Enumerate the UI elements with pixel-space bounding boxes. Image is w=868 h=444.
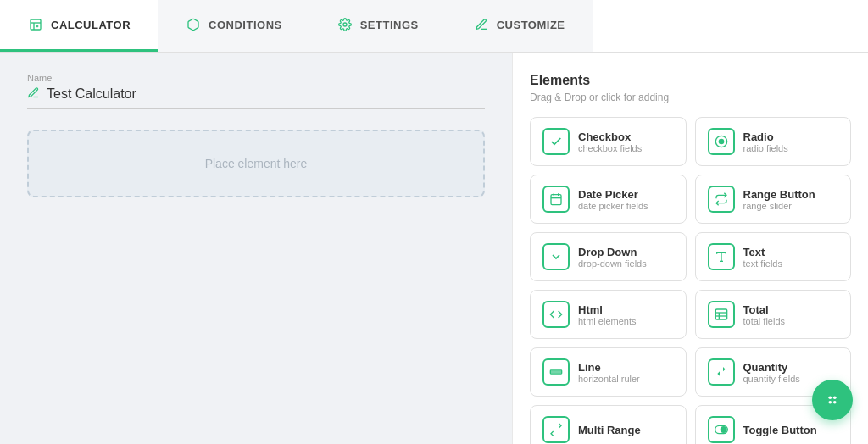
customize-icon — [473, 16, 490, 33]
conditions-icon — [185, 16, 202, 33]
tab-customize-label: CUSTOMIZE — [497, 19, 565, 31]
text-title: Text — [743, 246, 782, 258]
date-picker-subtitle: date picker fields — [578, 201, 648, 211]
name-label: Name — [27, 73, 485, 83]
checkbox-icon — [542, 128, 570, 155]
tab-calculator-label: CALCULATOR — [51, 19, 131, 31]
main-container: CALCULATOR CONDITIONS SETTINGS — [0, 0, 868, 444]
radio-subtitle: radio fields — [743, 143, 788, 153]
date-picker-icon — [542, 186, 570, 213]
tab-settings[interactable]: SETTINGS — [309, 0, 446, 52]
drop-down-subtitle: drop-down fields — [578, 258, 647, 269]
svg-rect-0 — [31, 19, 41, 30]
multi-range-icon — [542, 416, 570, 443]
top-nav: CALCULATOR CONDITIONS SETTINGS — [0, 0, 868, 53]
fab-icon — [823, 391, 842, 409]
html-subtitle: html elements — [578, 316, 636, 326]
radio-icon — [708, 128, 735, 155]
date-picker-title: Date Picker — [578, 188, 648, 201]
edit-icon — [27, 86, 40, 102]
total-title: Total — [743, 303, 786, 316]
settings-icon — [337, 16, 353, 33]
element-card-date-picker[interactable]: Date Picker date picker fields — [530, 175, 687, 224]
content-area: Name Test Calculator Place element here … — [0, 53, 868, 444]
line-title: Line — [578, 361, 640, 374]
drop-zone[interactable]: Place element here — [27, 130, 485, 197]
svg-rect-14 — [715, 309, 726, 319]
toggle-button-title: Toggle Button — [743, 424, 817, 436]
radio-title: Radio — [743, 130, 788, 143]
element-card-checkbox[interactable]: Checkbox checkbox fields — [530, 117, 687, 166]
svg-point-21 — [721, 427, 726, 433]
checkbox-subtitle: checkbox fields — [578, 143, 642, 153]
element-card-total[interactable]: Total total fields — [695, 290, 852, 339]
svg-point-25 — [833, 401, 837, 404]
multi-range-title: Multi Range — [578, 424, 641, 436]
svg-point-22 — [828, 396, 832, 399]
element-card-html[interactable]: Html html elements — [530, 290, 687, 339]
element-card-line[interactable]: Line horizontal ruler — [530, 347, 687, 397]
elements-grid: Checkbox checkbox fields Radio radio — [530, 117, 851, 444]
element-card-multi-range[interactable]: Multi Range — [530, 405, 687, 444]
svg-point-5 — [343, 23, 347, 26]
tab-calculator[interactable]: CALCULATOR — [0, 0, 158, 52]
elements-title: Elements — [530, 73, 851, 88]
total-subtitle: total fields — [743, 316, 786, 326]
element-card-text[interactable]: Text text fields — [695, 232, 852, 281]
range-button-subtitle: range slider — [743, 201, 815, 211]
svg-point-24 — [828, 401, 832, 404]
right-panel: Elements Drag & Drop or click for adding… — [512, 53, 868, 444]
text-icon — [708, 243, 735, 270]
svg-point-23 — [833, 396, 837, 399]
tab-settings-label: SETTINGS — [360, 19, 419, 31]
svg-rect-8 — [551, 195, 561, 205]
range-button-title: Range Button — [743, 188, 815, 201]
checkbox-title: Checkbox — [578, 130, 642, 143]
tab-conditions-label: CONDITIONS — [209, 19, 282, 31]
element-card-drop-down[interactable]: Drop Down drop-down fields — [530, 232, 687, 281]
drop-down-title: Drop Down — [578, 246, 647, 258]
text-subtitle: text fields — [743, 258, 782, 269]
elements-subtitle: Drag & Drop or click for adding — [530, 92, 851, 103]
html-title: Html — [578, 303, 636, 316]
quantity-subtitle: quantity fields — [743, 374, 800, 384]
fab-button[interactable] — [812, 380, 853, 420]
svg-point-7 — [718, 139, 724, 145]
range-button-icon — [708, 186, 735, 213]
html-icon — [542, 301, 570, 328]
name-field: Test Calculator — [27, 86, 485, 109]
tab-conditions[interactable]: CONDITIONS — [158, 0, 309, 52]
line-icon — [542, 358, 570, 386]
tab-customize[interactable]: CUSTOMIZE — [446, 0, 593, 52]
quantity-icon — [708, 358, 735, 386]
drop-down-icon — [542, 243, 570, 270]
drop-zone-text: Place element here — [205, 157, 308, 170]
calculator-icon — [27, 16, 44, 33]
total-icon — [708, 301, 735, 328]
element-card-radio[interactable]: Radio radio fields — [695, 117, 852, 166]
toggle-button-icon — [708, 416, 735, 443]
line-subtitle: horizontal ruler — [578, 374, 640, 384]
calculator-name[interactable]: Test Calculator — [47, 86, 136, 102]
element-card-range-button[interactable]: Range Button range slider — [695, 175, 852, 224]
left-panel: Name Test Calculator Place element here — [0, 53, 512, 444]
quantity-title: Quantity — [743, 361, 800, 374]
